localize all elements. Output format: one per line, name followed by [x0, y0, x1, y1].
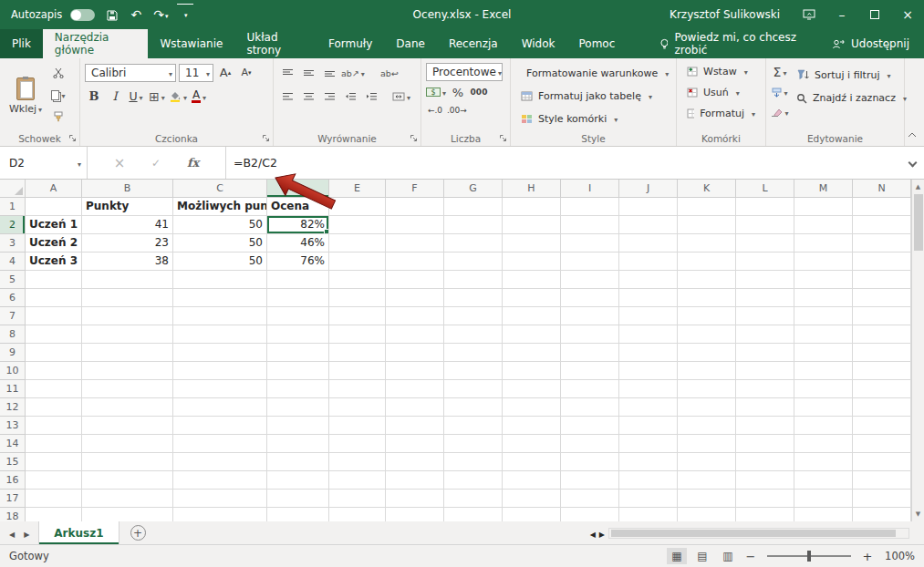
cell-B6[interactable]	[82, 289, 173, 307]
align-bottom-button[interactable]	[320, 64, 338, 82]
previous-sheet-icon[interactable]	[9, 527, 15, 540]
cell-G3[interactable]	[444, 234, 503, 253]
cell-N9[interactable]	[853, 344, 911, 362]
cell-C17[interactable]	[173, 490, 267, 508]
cell-L4[interactable]	[736, 253, 794, 271]
cell-I2[interactable]	[561, 216, 619, 234]
page-break-view-button[interactable]	[718, 548, 738, 564]
row-header-10[interactable]: 10	[0, 362, 26, 380]
cut-button[interactable]	[49, 64, 67, 82]
cell-F8[interactable]	[386, 325, 444, 344]
cell-N13[interactable]	[853, 417, 911, 435]
cell-A16[interactable]	[26, 471, 82, 490]
column-header-N[interactable]: N	[853, 180, 911, 198]
cell-B7[interactable]	[82, 307, 173, 325]
cell-M3[interactable]	[794, 234, 853, 253]
cell-D3[interactable]: 46%	[267, 234, 329, 253]
cell-I5[interactable]	[561, 271, 619, 289]
cell-F7[interactable]	[386, 307, 444, 325]
format-as-table-button[interactable]: Formatuj jako tabelę	[515, 85, 671, 107]
align-center-button[interactable]	[299, 88, 317, 106]
cell-D11[interactable]	[267, 380, 329, 398]
zoom-slider[interactable]	[767, 555, 851, 557]
customize-qat-button[interactable]	[177, 4, 193, 26]
cell-J16[interactable]	[619, 471, 678, 490]
cell-E14[interactable]	[329, 435, 386, 453]
tab-plik[interactable]: Plik	[0, 29, 43, 58]
cell-K3[interactable]	[678, 234, 736, 253]
cell-C18[interactable]	[173, 508, 267, 521]
cell-D9[interactable]	[267, 344, 329, 362]
fill-button[interactable]	[771, 83, 789, 101]
cell-M9[interactable]	[794, 344, 853, 362]
cell-D2[interactable]: 82%	[267, 216, 329, 234]
cell-M2[interactable]	[794, 216, 853, 234]
cell-H15[interactable]	[503, 453, 561, 471]
row-header-5[interactable]: 5	[0, 271, 26, 289]
column-header-A[interactable]: A	[26, 180, 82, 198]
cell-D18[interactable]	[267, 508, 329, 521]
cell-L11[interactable]	[736, 380, 794, 398]
cell-K12[interactable]	[678, 398, 736, 417]
cell-C4[interactable]: 50	[173, 253, 267, 271]
cell-H7[interactable]	[503, 307, 561, 325]
cell-K7[interactable]	[678, 307, 736, 325]
cell-K16[interactable]	[678, 471, 736, 490]
cell-B15[interactable]	[82, 453, 173, 471]
row-header-9[interactable]: 9	[0, 344, 26, 362]
cell-K14[interactable]	[678, 435, 736, 453]
cell-E18[interactable]	[329, 508, 386, 521]
cell-A8[interactable]	[26, 325, 82, 344]
cell-G13[interactable]	[444, 417, 503, 435]
autosave-toggle[interactable]	[70, 9, 95, 21]
number-dialog-launcher[interactable]	[498, 133, 508, 143]
cell-N14[interactable]	[853, 435, 911, 453]
row-header-12[interactable]: 12	[0, 398, 26, 417]
cell-D13[interactable]	[267, 417, 329, 435]
close-button[interactable]: ×	[891, 0, 924, 29]
cell-B8[interactable]	[82, 325, 173, 344]
cell-N18[interactable]	[853, 508, 911, 521]
cell-C15[interactable]	[173, 453, 267, 471]
tab-uklad-strony[interactable]: Układ strony	[234, 29, 317, 58]
minimize-button[interactable]: –	[825, 0, 858, 29]
cell-C7[interactable]	[173, 307, 267, 325]
share-button[interactable]: Udostępnij	[817, 29, 924, 58]
cell-J9[interactable]	[619, 344, 678, 362]
cell-L18[interactable]	[736, 508, 794, 521]
row-header-15[interactable]: 15	[0, 453, 26, 471]
alignment-dialog-launcher[interactable]	[409, 133, 419, 143]
cell-M16[interactable]	[794, 471, 853, 490]
cell-G11[interactable]	[444, 380, 503, 398]
cell-G14[interactable]	[444, 435, 503, 453]
cell-D17[interactable]	[267, 490, 329, 508]
ribbon-display-options-button[interactable]	[793, 0, 825, 29]
cell-E7[interactable]	[329, 307, 386, 325]
cell-I17[interactable]	[561, 490, 619, 508]
column-header-I[interactable]: I	[561, 180, 619, 198]
cell-H13[interactable]	[503, 417, 561, 435]
cell-F12[interactable]	[386, 398, 444, 417]
cell-F4[interactable]	[386, 253, 444, 271]
horizontal-scrollbar[interactable]	[590, 521, 924, 544]
cell-G16[interactable]	[444, 471, 503, 490]
cell-F18[interactable]	[386, 508, 444, 521]
cell-N17[interactable]	[853, 490, 911, 508]
row-header-18[interactable]: 18	[0, 508, 26, 521]
tab-narzedzia-glowne[interactable]: Narzędzia główne	[43, 29, 149, 58]
cell-F2[interactable]	[386, 216, 444, 234]
cell-B3[interactable]: 23	[82, 234, 173, 253]
font-color-button[interactable]: A	[190, 88, 208, 106]
conditional-formatting-button[interactable]: Formatowanie warunkowe	[515, 62, 671, 84]
cell-B9[interactable]	[82, 344, 173, 362]
format-painter-button[interactable]	[49, 108, 67, 126]
cell-I18[interactable]	[561, 508, 619, 521]
cell-J18[interactable]	[619, 508, 678, 521]
cell-G4[interactable]	[444, 253, 503, 271]
cell-I7[interactable]	[561, 307, 619, 325]
cell-L9[interactable]	[736, 344, 794, 362]
column-header-H[interactable]: H	[503, 180, 561, 198]
sort-filter-button[interactable]: Sortuj i filtruj	[794, 66, 908, 85]
cell-A7[interactable]	[26, 307, 82, 325]
cell-A9[interactable]	[26, 344, 82, 362]
